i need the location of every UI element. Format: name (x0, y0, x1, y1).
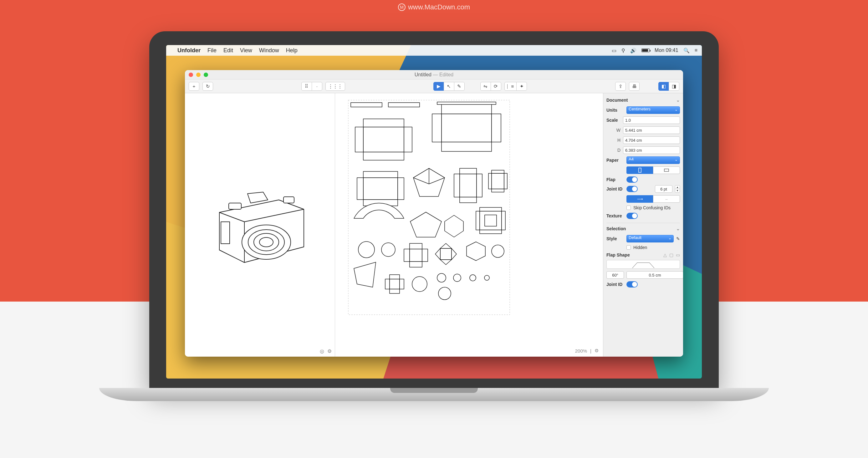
view-settings-icon[interactable]: ⚙ (327, 348, 332, 354)
texture-label: Texture (607, 214, 624, 218)
svg-rect-12 (351, 103, 382, 107)
macos-menubar: Unfolder File Edit View Window Help ▭ ⚲ … (166, 45, 702, 56)
menubar-item-window[interactable]: Window (259, 47, 279, 54)
model-preview-panel[interactable]: ◎ ⚙ (185, 93, 335, 357)
svg-rect-47 (476, 211, 480, 230)
flip-h-button[interactable]: ⇋ (480, 82, 491, 91)
sidebar-left-toggle[interactable]: ◧ (658, 82, 669, 91)
dim-w-input[interactable] (623, 126, 680, 134)
airplay-icon[interactable]: ▭ (612, 47, 616, 54)
pointer-tool-button[interactable]: ↖ (444, 82, 454, 91)
texture-toggle[interactable] (626, 213, 638, 219)
flap-shape-diagram (607, 260, 680, 269)
share-button[interactable]: ⇪ (615, 82, 626, 91)
svg-rect-79 (664, 169, 669, 171)
menubar-clock[interactable]: Mon 09:41 (655, 47, 678, 53)
jointid-toggle[interactable] (626, 186, 638, 192)
svg-rect-58 (440, 249, 452, 260)
jointid-size-input[interactable] (655, 185, 673, 193)
window-zoom-button[interactable] (204, 73, 208, 77)
window-title-filename: Untitled (414, 72, 432, 77)
svg-rect-17 (432, 114, 441, 142)
notification-center-icon[interactable]: ≡ (695, 47, 698, 53)
menubar-item-help[interactable]: Help (286, 47, 298, 54)
paper-select[interactable]: A4 (626, 156, 680, 164)
svg-marker-62 (452, 249, 457, 260)
svg-rect-56 (410, 243, 422, 249)
window-minimize-button[interactable] (196, 73, 200, 77)
svg-rect-15 (441, 104, 492, 114)
dim-d-input[interactable] (623, 146, 680, 154)
svg-rect-54 (404, 249, 410, 262)
watermark: M www.MacDown.com (398, 3, 470, 11)
add-button[interactable]: + (189, 82, 199, 91)
flap-shape-none-icon[interactable]: ▭ (676, 253, 680, 258)
window-close-button[interactable] (189, 73, 193, 77)
chevron-down-icon[interactable]: ⌄ (676, 226, 680, 231)
svg-rect-48 (502, 211, 505, 230)
svg-rect-37 (460, 197, 476, 203)
skip-ids-checkbox[interactable] (626, 205, 631, 210)
magic-wand-button[interactable]: ✦ (516, 82, 527, 91)
camera-reset-icon[interactable]: ◎ (320, 348, 324, 354)
menubar-item-view[interactable]: View (240, 47, 252, 54)
inspector-panel: Document ⌄ Units Centimeters Scale W (603, 93, 683, 357)
layout-settings-icon[interactable]: ⚙ (594, 348, 598, 354)
scale-input[interactable] (623, 117, 680, 124)
svg-point-74 (470, 275, 476, 281)
flap-shape-triangle-icon[interactable]: △ (663, 253, 667, 258)
dim-w-label: W (616, 128, 620, 133)
jointid-step-up[interactable]: ▲ (675, 186, 680, 189)
grid-snap-button[interactable]: ⠿ (301, 82, 312, 91)
orientation-landscape-button[interactable] (653, 166, 680, 174)
menubar-item-edit[interactable]: Edit (223, 47, 233, 54)
flap-toggle[interactable] (626, 176, 638, 183)
skip-ids-label: Skip Confusing IDs (633, 205, 671, 210)
grid-apps-button[interactable]: ⋮⋮⋮ (326, 82, 345, 91)
jointid2-toggle[interactable] (626, 281, 638, 288)
play-button[interactable]: ▶ (433, 82, 444, 91)
svg-rect-40 (504, 173, 507, 189)
wifi-icon[interactable]: ⚲ (621, 47, 625, 54)
svg-point-76 (438, 287, 451, 300)
chevron-down-icon[interactable]: ⌄ (676, 98, 680, 103)
section-title-selection[interactable]: Selection (607, 226, 626, 231)
units-select[interactable]: Centimeters (626, 106, 680, 114)
print-button[interactable]: 🖶 (629, 82, 640, 91)
zoom-level[interactable]: 200% (575, 348, 587, 354)
dim-h-input[interactable] (623, 136, 680, 144)
flap-width-input[interactable] (626, 271, 683, 279)
flap-angle-left-input[interactable] (607, 271, 624, 279)
jointid-mode-a[interactable]: ⟶ (626, 195, 653, 203)
layout-canvas[interactable]: 200% | ⚙ (335, 93, 603, 357)
flap-label: Flap (607, 177, 624, 182)
svg-point-75 (485, 275, 489, 280)
battery-icon[interactable] (642, 48, 650, 52)
sidebar-right-toggle[interactable]: ◨ (669, 82, 679, 91)
style-select[interactable]: Default (626, 235, 674, 242)
svg-rect-28 (398, 178, 404, 200)
edit-tool-button[interactable]: ✎ (454, 82, 465, 91)
svg-point-51 (358, 241, 375, 258)
reload-button[interactable]: ↻ (203, 82, 213, 91)
spotlight-icon[interactable]: 🔍 (683, 47, 690, 54)
menubar-item-file[interactable]: File (208, 47, 217, 54)
hidden-checkbox[interactable] (626, 245, 631, 250)
edit-style-icon[interactable]: ✎ (676, 236, 680, 241)
menubar-app-name[interactable]: Unfolder (178, 47, 200, 54)
jointid-step-down[interactable]: ▼ (675, 189, 680, 192)
svg-rect-22 (355, 127, 363, 152)
section-header-document: Document ⌄ (607, 95, 680, 105)
flap-shape-square-icon[interactable]: ▢ (669, 253, 673, 258)
volume-icon[interactable]: 🔊 (630, 47, 637, 54)
rotate-button[interactable]: ⟳ (491, 82, 501, 91)
svg-rect-57 (410, 262, 422, 267)
jointid-mode-b[interactable]: ·· (653, 195, 680, 203)
orientation-portrait-button[interactable] (626, 166, 653, 174)
align-left-button[interactable]: ⎸≡ (504, 82, 517, 91)
svg-marker-10 (248, 192, 268, 203)
window-titlebar[interactable]: Untitled — Edited (185, 70, 683, 79)
hidden-label: Hidden (633, 245, 647, 250)
section-title-document[interactable]: Document (607, 98, 628, 103)
grid-settings-button[interactable]: · (312, 82, 322, 91)
